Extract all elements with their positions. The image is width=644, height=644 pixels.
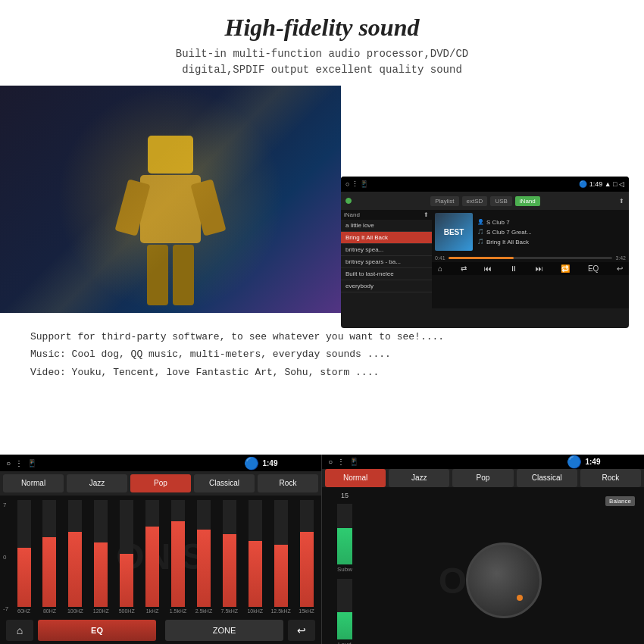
preset-jazz-left[interactable]: Jazz [67, 474, 127, 492]
back-icon-left: ◁ [306, 456, 315, 470]
eq-bar-container-1khz[interactable] [145, 500, 159, 607]
preset-bar-right[interactable]: Normal Jazz Pop Classical Rock [322, 469, 644, 487]
eq-freq-500hz: 500HZ [119, 608, 135, 614]
eq-bar-fill-15khz [171, 521, 185, 607]
loud-label: Loud [337, 641, 352, 644]
eq-bar-15kkhz: 15kHZ [295, 500, 318, 614]
time-current: 0:41 [435, 255, 445, 261]
balance-button[interactable]: Balance [605, 496, 635, 506]
eq-bar-fill-120hz [94, 542, 108, 607]
playlist-item-6[interactable]: everybody [341, 280, 432, 292]
loud-fader-fill [337, 612, 352, 639]
window-icon-right: □ [618, 455, 626, 469]
eq-bar-container-125khz[interactable] [274, 500, 288, 607]
playlist-item-5[interactable]: Built to last-melee [341, 268, 432, 280]
playlist-item-active[interactable]: Bring It All Back [341, 232, 432, 244]
preset-bar-left[interactable]: Normal Jazz Pop Classical Rock [0, 471, 321, 496]
bluetooth-icon-right: 🔵 [567, 455, 582, 469]
track-item-2: 🎵 S Club 7 Great... [477, 227, 626, 237]
eq-bar-container-15khz[interactable] [171, 500, 185, 607]
signal-icon-left: ▲ [280, 456, 292, 470]
eq-bar-fill-75khz [223, 534, 236, 607]
tab-usb[interactable]: USB [490, 196, 511, 206]
eq-bar-container-100hz[interactable] [68, 500, 82, 607]
robot-legs [140, 245, 201, 305]
preset-rock-left[interactable]: Rock [258, 474, 318, 492]
zone-knob[interactable] [466, 542, 542, 618]
eq-freq-75khz: 7.5kHZ [221, 608, 239, 614]
eq-bar-container-60hz[interactable] [17, 500, 31, 607]
home-ctrl-icon[interactable]: ⌂ [438, 264, 442, 273]
support-line3: Video: Youku, Tencent, love Fantastic Ar… [30, 364, 614, 381]
preset-pop-left[interactable]: Pop [130, 474, 191, 492]
home-button-left[interactable]: ⌂ [6, 620, 33, 641]
home-icon-left: ⌂ [17, 624, 23, 636]
eq-freq-60hz: 60HZ [17, 608, 30, 614]
eq-bar-container-25khz[interactable] [197, 500, 211, 607]
zone-faders: 15 Subw Loud 0 [327, 492, 363, 644]
eq-bar-container-15kkhz[interactable] [300, 500, 314, 607]
eq-bar-container-75khz[interactable] [223, 500, 236, 607]
eq-bar-100hz: 100HZ [64, 500, 87, 614]
eq-bar-container-80hz[interactable] [42, 500, 56, 607]
support-line1: Support for third-party software, to see… [30, 328, 614, 345]
play-pause-icon[interactable]: ⏸ [510, 264, 517, 273]
playlist-item-4[interactable]: britney spears - ba... [341, 256, 432, 268]
eq-button-left[interactable]: EQ [38, 620, 156, 641]
prev-icon[interactable]: ⏮ [484, 264, 492, 273]
album-cover-text: BEST [444, 228, 464, 236]
preset-classical-left[interactable]: Classical [194, 474, 255, 492]
player-expand-icon[interactable]: ⬆ [619, 198, 624, 205]
eq-freq-15kkhz: 15kHZ [299, 608, 314, 614]
preset-classical-right[interactable]: Classical [517, 469, 577, 487]
loud-fader-area[interactable]: Loud [337, 579, 352, 644]
eq-freq-25khz: 2.5kHZ [195, 608, 213, 614]
preset-normal-left[interactable]: Normal [3, 474, 64, 492]
player-tab-bar[interactable]: Playlist extSD USB iNand [358, 196, 613, 206]
eq-bar-fill-25khz [197, 530, 211, 607]
repeat-icon[interactable]: 🔁 [561, 264, 570, 273]
eq-bar-container-10khz[interactable] [249, 500, 262, 607]
phone-icon-right: 📱 [349, 458, 358, 466]
playlist-side[interactable]: iNand ⬆ a little love Bring It All Back … [341, 210, 432, 308]
preset-normal-right[interactable]: Normal [325, 469, 386, 487]
eq-labels-left: 7 0 -7 [3, 500, 8, 614]
preset-pop-right[interactable]: Pop [452, 469, 513, 487]
shuffle-icon[interactable]: ⇄ [461, 264, 467, 273]
track-item-3: 🎵 Bring It All Back [477, 237, 626, 247]
eq-bar-125khz: 12.5kHZ [269, 500, 292, 614]
eq-bar-container-120hz[interactable] [94, 500, 108, 607]
subw-fader-container[interactable] [337, 504, 352, 564]
zone-button-left[interactable]: ZONE [165, 620, 283, 641]
tab-inand[interactable]: iNand [515, 196, 540, 206]
subw-fader-area[interactable]: Subw [337, 504, 352, 573]
back-button-left[interactable]: ↩ [288, 620, 315, 641]
tab-extsd[interactable]: extSD [462, 196, 488, 206]
playlist-item-3[interactable]: britney spea... [341, 244, 432, 256]
eq-ctrl-label[interactable]: EQ [588, 264, 599, 273]
back-ctrl-icon[interactable]: ↩ [617, 264, 623, 273]
playlist-item-1[interactable]: a little love [341, 220, 432, 232]
next-icon[interactable]: ⏭ [536, 264, 543, 273]
preset-jazz-right[interactable]: Jazz [389, 469, 449, 487]
player-status-bar: ○ ⋮ 📱 🔵 1:49 ▲ □ ◁ [341, 177, 629, 192]
mid-area: ○ ⋮ 📱 🔵 1:49 ▲ □ ◁ Playlist extSD USB iN… [0, 86, 644, 313]
preset-rock-right[interactable]: Rock [580, 469, 641, 487]
progress-bar-area[interactable]: 0:41 3:42 [432, 254, 629, 262]
loud-fader-container[interactable] [337, 579, 352, 639]
eq-freq-15khz: 1.5kHZ [170, 608, 187, 614]
tab-playlist[interactable]: Playlist [430, 196, 458, 206]
eq-panel-left: ○ ⋮ 📱 🔵 1:49 ▲ □ ◁ Normal Jazz Pop Class… [0, 455, 322, 644]
back-icon-right: ◁ [629, 455, 638, 469]
eq-bar-fill-15kkhz [300, 532, 314, 607]
progress-track[interactable] [449, 257, 613, 259]
bottom-nav-left[interactable]: ⌂ EQ ZONE ↩ [0, 617, 321, 644]
eq-bar-75khz: 7.5kHZ [217, 500, 241, 614]
eq-freq-1khz: 1kHZ [146, 608, 159, 614]
eq-bar-container-500hz[interactable] [120, 500, 133, 607]
zone-knob-area[interactable]: Balance [369, 492, 639, 644]
player-controls[interactable]: ⌂ ⇄ ⏮ ⏸ ⏭ 🔁 EQ ↩ [432, 262, 629, 275]
eq-area-left: ONIS 7 0 -7 60HZ 80HZ [0, 496, 321, 617]
player-content: iNand ⬆ a little love Bring It All Back … [341, 210, 629, 308]
media-player[interactable]: ○ ⋮ 📱 🔵 1:49 ▲ □ ◁ Playlist extSD USB iN… [341, 177, 629, 328]
